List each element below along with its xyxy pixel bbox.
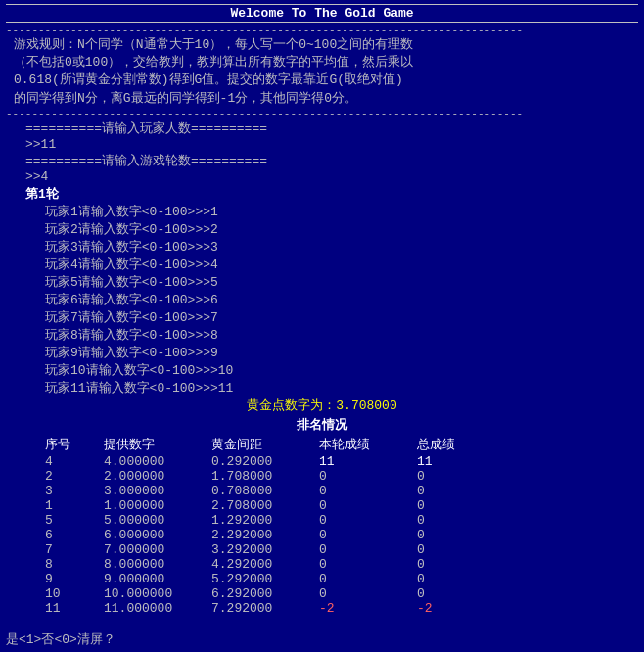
cell-seq: 3 [45, 484, 104, 498]
player-input-1: 玩家1请输入数字<0-100>>>1 [45, 203, 638, 220]
header-round: 本轮成绩 [319, 436, 417, 453]
cell-total: 0 [417, 469, 495, 484]
header-num: 提供数字 [104, 436, 211, 453]
cell-seq: 1 [45, 498, 104, 513]
table-row: 22.0000001.70800000 [6, 469, 638, 484]
gold-point-value: 3.708000 [336, 398, 396, 413]
cell-num: 3.000000 [104, 484, 211, 498]
cell-dist: 0.708000 [211, 484, 319, 498]
cell-num: 6.000000 [104, 528, 211, 542]
table-body: 44.0000000.292000111122.0000001.70800000… [6, 454, 638, 616]
cell-num: 1.000000 [104, 498, 211, 513]
cell-total: 0 [417, 542, 495, 557]
cell-total: 11 [417, 454, 495, 469]
bottom-prompt: 是<1>否<0>清屏？ [6, 630, 115, 648]
table-row: 33.0000000.70800000 [6, 484, 638, 498]
cell-total: 0 [417, 528, 495, 542]
players-prompt-text: ==========请输入玩家人数========== [25, 119, 638, 137]
table-header: 序号 提供数字 黄金间距 本轮成绩 总成绩 [6, 436, 638, 453]
player-input-8: 玩家8请输入数字<0-100>>>8 [45, 326, 638, 344]
cell-total: 0 [417, 484, 495, 498]
cell-round: 11 [319, 454, 417, 469]
cell-total: 0 [417, 498, 495, 513]
cell-num: 4.000000 [104, 454, 211, 469]
table-row: 1010.0000006.29200000 [6, 586, 638, 601]
cell-seq: 9 [45, 572, 104, 586]
round-label: 第1轮 [6, 185, 638, 203]
cell-num: 7.000000 [104, 542, 211, 557]
bottom-prompt-text: 是<1>否<0>清屏？ [6, 632, 115, 647]
cell-total: 0 [417, 586, 495, 601]
cell-num: 8.000000 [104, 557, 211, 572]
rules-line3: 0.618(所谓黄金分割常数)得到G值。提交的数字最靠近G(取绝对值) [14, 71, 638, 89]
cell-total: 0 [417, 557, 495, 572]
cell-dist: 0.292000 [211, 454, 319, 469]
gold-point-label: 黄金点数字为： [247, 398, 336, 413]
ranking-title: 排名情况 [6, 416, 638, 434]
table-row: 44.0000000.2920001111 [6, 454, 638, 469]
header-seq: 序号 [45, 436, 104, 453]
cell-dist: 6.292000 [211, 586, 319, 601]
table-row: 55.0000001.29200000 [6, 513, 638, 528]
rules-line2: （不包括0或100），交给教判，教判算出所有数字的平均值，然后乘以 [14, 54, 638, 71]
table-row: 77.0000003.29200000 [6, 542, 638, 557]
header-total: 总成绩 [417, 436, 495, 453]
cell-dist: 2.708000 [211, 498, 319, 513]
cell-dist: 1.292000 [211, 513, 319, 528]
header-dist: 黄金间距 [211, 436, 319, 453]
cell-round: 0 [319, 542, 417, 557]
player-input-4: 玩家4请输入数字<0-100>>>4 [45, 256, 638, 273]
players-value: >>11 [25, 137, 638, 152]
player-input-10: 玩家10请输入数字<0-100>>>10 [45, 361, 638, 379]
cell-dist: 3.292000 [211, 542, 319, 557]
divider-mid: ----------------------------------------… [6, 108, 638, 119]
player-input-11: 玩家11请输入数字<0-100>>>11 [45, 379, 638, 396]
cell-total: 0 [417, 513, 495, 528]
cell-num: 5.000000 [104, 513, 211, 528]
cell-round: 0 [319, 484, 417, 498]
player-inputs: 玩家1请输入数字<0-100>>>1玩家2请输入数字<0-100>>>2玩家3请… [6, 203, 638, 396]
rules-line1: 游戏规则：N个同学（N通常大于10），每人写一个0~100之间的有理数 [14, 36, 638, 54]
player-input-3: 玩家3请输入数字<0-100>>>3 [45, 238, 638, 256]
cell-round: 0 [319, 572, 417, 586]
cell-seq: 10 [45, 586, 104, 601]
cell-seq: 4 [45, 454, 104, 469]
cell-seq: 5 [45, 513, 104, 528]
table-row: 66.0000002.29200000 [6, 528, 638, 542]
table-row: 11.0000002.70800000 [6, 498, 638, 513]
cell-round: 0 [319, 469, 417, 484]
rules-section: 游戏规则：N个同学（N通常大于10），每人写一个0~100之间的有理数 （不包括… [6, 36, 638, 108]
cell-dist: 4.292000 [211, 557, 319, 572]
cell-dist: 2.292000 [211, 528, 319, 542]
cell-dist: 7.292000 [211, 601, 319, 616]
divider-top: ----------------------------------------… [6, 24, 638, 36]
player-input-7: 玩家7请输入数字<0-100>>>7 [45, 308, 638, 326]
table-row: 1111.0000007.292000-2-2 [6, 601, 638, 616]
rounds-prompt-text: ==========请输入游戏轮数========== [25, 152, 638, 169]
cell-round: 0 [319, 498, 417, 513]
rounds-value: >>4 [25, 169, 638, 184]
terminal: Welcome To The Gold Game ---------------… [0, 0, 644, 652]
cell-round: 0 [319, 528, 417, 542]
cell-round: 0 [319, 557, 417, 572]
title-bar: Welcome To The Gold Game [6, 4, 638, 23]
cell-seq: 11 [45, 601, 104, 616]
cell-round: 0 [319, 513, 417, 528]
player-input-5: 玩家5请输入数字<0-100>>>5 [45, 273, 638, 291]
title-text: Welcome To The Gold Game [230, 6, 413, 21]
cell-seq: 8 [45, 557, 104, 572]
cell-round: 0 [319, 586, 417, 601]
table-row: 88.0000004.29200000 [6, 557, 638, 572]
table-row: 99.0000005.29200000 [6, 572, 638, 586]
player-input-9: 玩家9请输入数字<0-100>>>9 [45, 344, 638, 361]
cell-total: 0 [417, 572, 495, 586]
cell-total: -2 [417, 601, 495, 616]
player-input-2: 玩家2请输入数字<0-100>>>2 [45, 220, 638, 238]
cell-round: -2 [319, 601, 417, 616]
cell-seq: 6 [45, 528, 104, 542]
cell-dist: 5.292000 [211, 572, 319, 586]
rounds-prompt: ==========请输入游戏轮数========== >>4 [6, 152, 638, 184]
cell-num: 2.000000 [104, 469, 211, 484]
player-input-6: 玩家6请输入数字<0-100>>>6 [45, 291, 638, 308]
cell-seq: 2 [45, 469, 104, 484]
